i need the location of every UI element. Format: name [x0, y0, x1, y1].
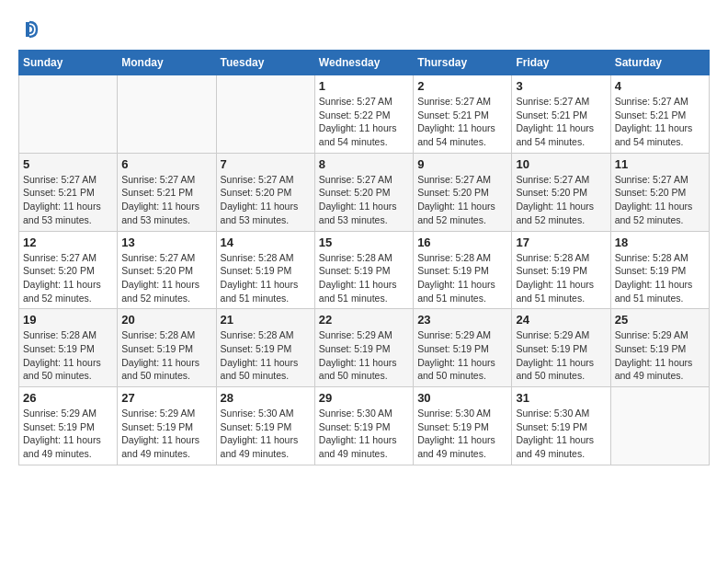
calendar-cell: 24Sunrise: 5:29 AMSunset: 5:19 PMDayligh… — [512, 309, 610, 387]
day-info: Sunrise: 5:27 AMSunset: 5:20 PMDaylight:… — [516, 173, 606, 227]
calendar-cell: 1Sunrise: 5:27 AMSunset: 5:22 PMDaylight… — [314, 75, 413, 154]
day-number: 5 — [23, 157, 113, 171]
header — [18, 18, 710, 40]
day-number: 22 — [319, 313, 409, 327]
day-number: 2 — [417, 79, 507, 93]
day-info: Sunrise: 5:30 AMSunset: 5:19 PMDaylight:… — [417, 407, 507, 461]
calendar-cell: 9Sunrise: 5:27 AMSunset: 5:20 PMDaylight… — [414, 153, 512, 231]
day-number: 18 — [615, 236, 705, 249]
day-info: Sunrise: 5:27 AMSunset: 5:20 PMDaylight:… — [615, 173, 705, 227]
day-number: 24 — [516, 313, 606, 327]
calendar-cell — [19, 75, 118, 154]
day-info: Sunrise: 5:29 AMSunset: 5:19 PMDaylight:… — [121, 407, 211, 461]
day-number: 8 — [319, 157, 409, 171]
day-number: 30 — [417, 391, 507, 405]
calendar-cell: 22Sunrise: 5:29 AMSunset: 5:19 PMDayligh… — [314, 309, 413, 387]
calendar-week-row: 26Sunrise: 5:29 AMSunset: 5:19 PMDayligh… — [19, 387, 710, 465]
calendar-cell: 19Sunrise: 5:28 AMSunset: 5:19 PMDayligh… — [19, 309, 118, 387]
calendar-cell: 20Sunrise: 5:28 AMSunset: 5:19 PMDayligh… — [118, 309, 216, 387]
calendar-cell: 31Sunrise: 5:30 AMSunset: 5:19 PMDayligh… — [512, 387, 610, 465]
day-info: Sunrise: 5:27 AMSunset: 5:20 PMDaylight:… — [319, 173, 409, 227]
calendar-cell: 15Sunrise: 5:28 AMSunset: 5:19 PMDayligh… — [314, 231, 413, 309]
calendar-week-row: 12Sunrise: 5:27 AMSunset: 5:20 PMDayligh… — [19, 231, 710, 309]
calendar-week-row: 1Sunrise: 5:27 AMSunset: 5:22 PMDaylight… — [19, 75, 710, 154]
day-info: Sunrise: 5:29 AMSunset: 5:19 PMDaylight:… — [615, 328, 705, 383]
day-number: 16 — [417, 236, 507, 249]
calendar-cell — [610, 387, 709, 465]
day-info: Sunrise: 5:29 AMSunset: 5:19 PMDaylight:… — [23, 407, 113, 461]
day-number: 31 — [516, 391, 606, 405]
day-info: Sunrise: 5:27 AMSunset: 5:22 PMDaylight:… — [319, 95, 409, 149]
calendar-cell: 10Sunrise: 5:27 AMSunset: 5:20 PMDayligh… — [512, 153, 610, 231]
calendar-cell: 14Sunrise: 5:28 AMSunset: 5:19 PMDayligh… — [216, 231, 314, 309]
day-info: Sunrise: 5:30 AMSunset: 5:19 PMDaylight:… — [319, 407, 409, 461]
day-info: Sunrise: 5:28 AMSunset: 5:19 PMDaylight:… — [23, 328, 113, 383]
calendar-cell: 28Sunrise: 5:30 AMSunset: 5:19 PMDayligh… — [216, 387, 314, 465]
calendar-cell: 29Sunrise: 5:30 AMSunset: 5:19 PMDayligh… — [314, 387, 413, 465]
day-number: 19 — [23, 313, 113, 327]
day-info: Sunrise: 5:30 AMSunset: 5:19 PMDaylight:… — [516, 407, 606, 461]
calendar-cell: 21Sunrise: 5:28 AMSunset: 5:19 PMDayligh… — [216, 309, 314, 387]
day-number: 21 — [221, 313, 311, 327]
day-info: Sunrise: 5:28 AMSunset: 5:19 PMDaylight:… — [516, 251, 606, 305]
calendar-cell: 26Sunrise: 5:29 AMSunset: 5:19 PMDayligh… — [19, 387, 118, 465]
calendar-table: SundayMondayTuesdayWednesdayThursdayFrid… — [18, 50, 710, 465]
day-number: 1 — [319, 79, 409, 93]
calendar-cell: 7Sunrise: 5:27 AMSunset: 5:20 PMDaylight… — [216, 153, 314, 231]
day-info: Sunrise: 5:29 AMSunset: 5:19 PMDaylight:… — [417, 328, 507, 383]
calendar-cell: 4Sunrise: 5:27 AMSunset: 5:21 PMDaylight… — [610, 75, 709, 154]
calendar-cell: 6Sunrise: 5:27 AMSunset: 5:21 PMDaylight… — [118, 153, 216, 231]
day-info: Sunrise: 5:27 AMSunset: 5:21 PMDaylight:… — [615, 95, 705, 149]
day-info: Sunrise: 5:27 AMSunset: 5:21 PMDaylight:… — [417, 95, 507, 149]
calendar-week-row: 5Sunrise: 5:27 AMSunset: 5:21 PMDaylight… — [19, 153, 710, 231]
day-number: 20 — [121, 313, 211, 327]
calendar-cell: 11Sunrise: 5:27 AMSunset: 5:20 PMDayligh… — [610, 153, 709, 231]
day-number: 25 — [615, 313, 705, 327]
calendar-cell: 17Sunrise: 5:28 AMSunset: 5:19 PMDayligh… — [512, 231, 610, 309]
day-info: Sunrise: 5:30 AMSunset: 5:19 PMDaylight:… — [221, 407, 311, 461]
day-number: 15 — [319, 236, 409, 249]
calendar-cell: 18Sunrise: 5:28 AMSunset: 5:19 PMDayligh… — [610, 231, 709, 309]
calendar-cell: 13Sunrise: 5:27 AMSunset: 5:20 PMDayligh… — [118, 231, 216, 309]
day-number: 27 — [121, 391, 211, 405]
day-number: 14 — [221, 236, 311, 249]
day-info: Sunrise: 5:27 AMSunset: 5:20 PMDaylight:… — [23, 251, 113, 305]
day-number: 11 — [615, 157, 705, 171]
calendar-cell — [118, 75, 216, 154]
weekday-header: Saturday — [610, 51, 709, 75]
day-number: 9 — [417, 157, 507, 171]
calendar-cell: 5Sunrise: 5:27 AMSunset: 5:21 PMDaylight… — [19, 153, 118, 231]
calendar-cell: 23Sunrise: 5:29 AMSunset: 5:19 PMDayligh… — [414, 309, 512, 387]
day-info: Sunrise: 5:28 AMSunset: 5:19 PMDaylight:… — [319, 251, 409, 305]
day-info: Sunrise: 5:27 AMSunset: 5:20 PMDaylight:… — [417, 173, 507, 227]
calendar-cell: 30Sunrise: 5:30 AMSunset: 5:19 PMDayligh… — [414, 387, 512, 465]
calendar-cell: 16Sunrise: 5:28 AMSunset: 5:19 PMDayligh… — [414, 231, 512, 309]
day-number: 28 — [221, 391, 311, 405]
weekday-header: Wednesday — [314, 51, 413, 75]
weekday-header: Thursday — [414, 51, 512, 75]
day-info: Sunrise: 5:27 AMSunset: 5:21 PMDaylight:… — [121, 173, 211, 227]
day-number: 17 — [516, 236, 606, 249]
calendar-week-row: 19Sunrise: 5:28 AMSunset: 5:19 PMDayligh… — [19, 309, 710, 387]
calendar-cell: 3Sunrise: 5:27 AMSunset: 5:21 PMDaylight… — [512, 75, 610, 154]
day-info: Sunrise: 5:29 AMSunset: 5:19 PMDaylight:… — [319, 328, 409, 383]
day-info: Sunrise: 5:28 AMSunset: 5:19 PMDaylight:… — [121, 328, 211, 383]
day-info: Sunrise: 5:27 AMSunset: 5:20 PMDaylight:… — [121, 251, 211, 305]
day-info: Sunrise: 5:27 AMSunset: 5:20 PMDaylight:… — [221, 173, 311, 227]
day-info: Sunrise: 5:29 AMSunset: 5:19 PMDaylight:… — [516, 328, 606, 383]
day-number: 6 — [121, 157, 211, 171]
weekday-header: Monday — [118, 51, 216, 75]
day-info: Sunrise: 5:28 AMSunset: 5:19 PMDaylight:… — [221, 328, 311, 383]
day-number: 7 — [221, 157, 311, 171]
weekday-header: Sunday — [19, 51, 118, 75]
day-info: Sunrise: 5:28 AMSunset: 5:19 PMDaylight:… — [417, 251, 507, 305]
day-number: 12 — [23, 236, 113, 249]
day-info: Sunrise: 5:27 AMSunset: 5:21 PMDaylight:… — [23, 173, 113, 227]
calendar-header-row: SundayMondayTuesdayWednesdayThursdayFrid… — [19, 51, 710, 75]
calendar-cell: 8Sunrise: 5:27 AMSunset: 5:20 PMDaylight… — [314, 153, 413, 231]
day-info: Sunrise: 5:28 AMSunset: 5:19 PMDaylight:… — [615, 251, 705, 305]
day-number: 13 — [121, 236, 211, 249]
day-info: Sunrise: 5:28 AMSunset: 5:19 PMDaylight:… — [221, 251, 311, 305]
calendar-cell: 12Sunrise: 5:27 AMSunset: 5:20 PMDayligh… — [19, 231, 118, 309]
logo — [18, 18, 44, 40]
